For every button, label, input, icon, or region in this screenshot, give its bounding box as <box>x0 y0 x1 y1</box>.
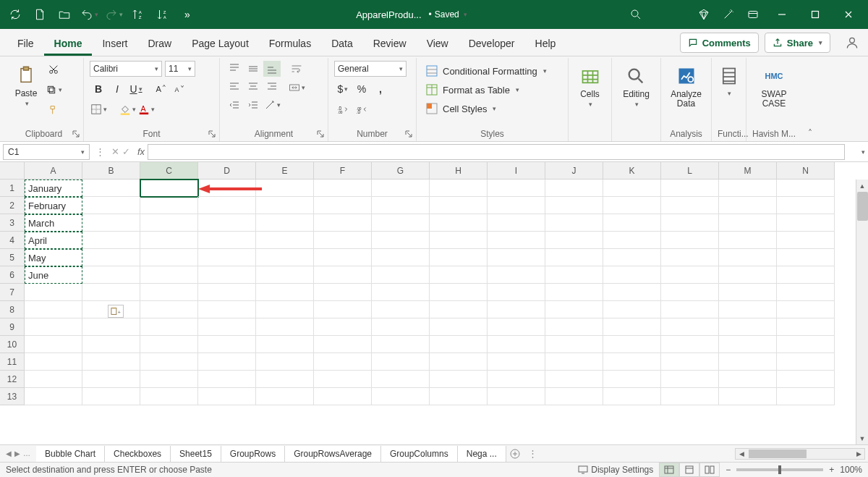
row-header-9[interactable]: 9 <box>0 318 25 336</box>
grow-font-icon[interactable]: A <box>152 81 169 97</box>
ribbon-mode-icon[interactable] <box>741 0 765 29</box>
sheet-tab-grouprowsaverage[interactable]: GroupRowsAverage <box>285 446 381 462</box>
row-header-3[interactable]: 3 <box>0 214 25 232</box>
functi-button[interactable]: ▾ <box>712 61 746 100</box>
orientation-icon[interactable]: ▾ <box>263 97 281 113</box>
sheet-nav-prev-icon[interactable]: ◀ <box>6 449 12 457</box>
cell-a5[interactable]: May <box>25 249 82 266</box>
cell-a6[interactable]: June <box>25 266 82 284</box>
col-header-n[interactable]: N <box>777 162 835 180</box>
new-file-icon[interactable] <box>27 0 52 29</box>
tab-help[interactable]: Help <box>525 31 566 56</box>
col-header-g[interactable]: G <box>372 162 430 180</box>
zoom-out-button[interactable]: − <box>726 465 731 475</box>
qat-overflow-icon[interactable]: » <box>175 0 200 29</box>
comma-icon[interactable]: , <box>372 81 389 97</box>
vertical-scrollbar[interactable]: ▲ ▼ <box>856 180 868 444</box>
maximize-button[interactable] <box>799 0 832 29</box>
collapse-ribbon-icon[interactable]: ˄ <box>808 128 812 138</box>
row-header-8[interactable]: 8 <box>0 301 25 318</box>
col-header-h[interactable]: H <box>430 162 488 180</box>
col-header-d[interactable]: D <box>198 162 256 180</box>
editing-button[interactable]: Editing▾ <box>618 61 654 111</box>
name-box[interactable]: C1▾ <box>3 144 90 160</box>
row-header-13[interactable]: 13 <box>0 388 25 405</box>
clipboard-launcher-icon[interactable] <box>72 130 82 140</box>
shrink-font-icon[interactable]: A <box>171 81 188 97</box>
row-header-2[interactable]: 2 <box>0 197 25 214</box>
document-name[interactable]: ApparelProdu... <box>356 9 421 20</box>
display-settings-button[interactable]: Display Settings <box>578 465 653 475</box>
percent-icon[interactable]: % <box>353 81 370 97</box>
wand-icon[interactable] <box>716 0 741 29</box>
search-icon[interactable] <box>624 0 648 29</box>
cells-button[interactable]: Cells▾ <box>574 61 607 111</box>
paste-button[interactable]: Paste▾ <box>10 61 42 107</box>
tab-file[interactable]: File <box>7 31 44 56</box>
cancel-formula-icon[interactable]: ✕ <box>111 146 119 157</box>
refresh-icon[interactable] <box>3 0 27 29</box>
tab-review[interactable]: Review <box>363 31 417 56</box>
enter-formula-icon[interactable]: ✓ <box>122 146 130 157</box>
col-header-a[interactable]: A <box>25 162 82 180</box>
sheet-tab-checkboxes[interactable]: Checkboxes <box>105 446 171 462</box>
underline-button[interactable]: U▾ <box>127 81 145 97</box>
format-painter-icon[interactable] <box>43 101 64 119</box>
copy-icon[interactable]: ▾ <box>43 81 64 98</box>
tab-page-layout[interactable]: Page Layout <box>182 31 259 56</box>
horizontal-scrollbar[interactable]: ◀ ▶ <box>735 448 865 460</box>
row-header-1[interactable]: 1 <box>0 180 25 197</box>
tab-formulas[interactable]: Formulas <box>259 31 321 56</box>
merge-center-icon[interactable]: ▾ <box>285 80 308 96</box>
cut-icon[interactable] <box>43 61 64 78</box>
col-header-m[interactable]: M <box>719 162 777 180</box>
col-header-e[interactable]: E <box>256 162 314 180</box>
col-header-l[interactable]: L <box>661 162 719 180</box>
saved-indicator[interactable]: • Saved ▾ <box>429 9 467 20</box>
sort-desc-icon[interactable]: ZA <box>150 0 175 29</box>
tab-home[interactable]: Home <box>44 31 93 56</box>
align-bottom-icon[interactable] <box>263 61 281 77</box>
number-format-select[interactable]: General▾ <box>334 61 407 77</box>
open-folder-icon[interactable] <box>52 0 77 29</box>
sheet-tab-nega[interactable]: Nega ... <box>458 446 506 462</box>
row-header-6[interactable]: 6 <box>0 266 25 284</box>
zoom-level[interactable]: 100% <box>840 465 862 475</box>
analyze-data-button[interactable]: Analyze Data <box>666 61 706 111</box>
col-header-b[interactable]: B <box>82 162 140 180</box>
col-header-i[interactable]: I <box>488 162 545 180</box>
number-launcher-icon[interactable] <box>404 130 414 140</box>
expand-formula-bar-icon[interactable]: ▾ <box>856 148 868 156</box>
select-all-corner[interactable] <box>0 162 25 180</box>
tab-insert[interactable]: Insert <box>92 31 137 56</box>
align-left-icon[interactable] <box>226 78 243 94</box>
fx-icon[interactable]: fx <box>137 146 145 157</box>
borders-icon[interactable]: ▾ <box>90 101 107 117</box>
page-layout-view-icon[interactable] <box>679 463 699 477</box>
paste-options-smart-tag[interactable]: + <box>108 305 124 318</box>
align-center-icon[interactable] <box>244 78 262 94</box>
sheet-tab-bubble-chart[interactable]: Bubble Chart <box>36 446 105 462</box>
normal-view-icon[interactable] <box>659 463 679 477</box>
font-size-select[interactable]: 11▾ <box>165 61 195 77</box>
diamond-icon[interactable] <box>692 0 716 29</box>
decrease-decimal-icon[interactable]: .00.0 <box>353 101 370 117</box>
formula-input[interactable] <box>148 144 845 160</box>
cell-c1[interactable] <box>140 180 198 197</box>
conditional-formatting-button[interactable]: Conditional Formatting▾ <box>422 62 550 80</box>
close-button[interactable] <box>832 0 865 29</box>
sheet-tab-groupcolumns[interactable]: GroupColumns <box>381 446 458 462</box>
page-break-view-icon[interactable] <box>699 463 720 477</box>
align-right-icon[interactable] <box>263 78 281 94</box>
sheet-nav-next-icon[interactable]: ▶ <box>14 449 20 457</box>
cell-a4[interactable]: April <box>25 232 82 249</box>
tab-data[interactable]: Data <box>321 31 363 56</box>
row-header-4[interactable]: 4 <box>0 232 25 249</box>
tab-developer[interactable]: Developer <box>459 31 525 56</box>
cell-styles-button[interactable]: Cell Styles▾ <box>422 100 550 117</box>
italic-button[interactable]: I <box>109 81 126 97</box>
currency-icon[interactable]: $▾ <box>334 81 352 97</box>
fill-color-icon[interactable]: ▾ <box>119 101 136 117</box>
row-header-11[interactable]: 11 <box>0 353 25 371</box>
font-launcher-icon[interactable] <box>208 130 218 140</box>
